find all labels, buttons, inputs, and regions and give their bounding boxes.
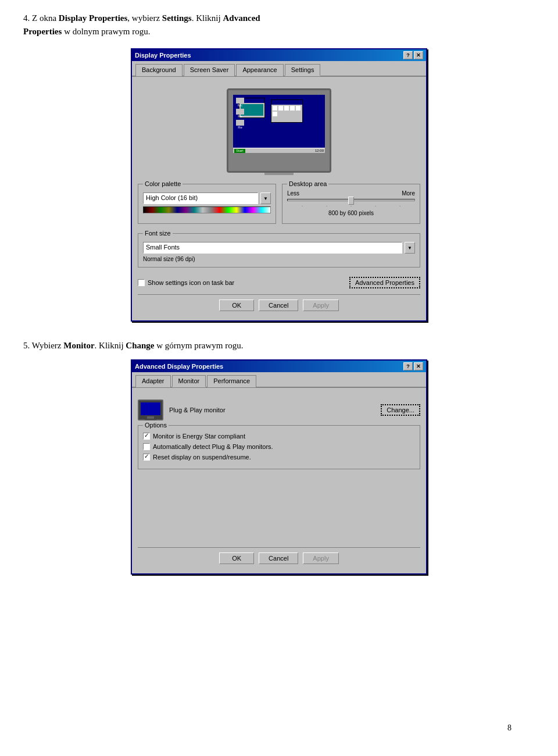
spacer — [138, 474, 420, 544]
options-group: Options Monitor is Energy Star compliant… — [138, 425, 420, 469]
taskbar-checkbox[interactable] — [138, 279, 145, 286]
apply-button[interactable]: Apply — [303, 299, 339, 311]
monitor-outer: S... — [227, 88, 331, 173]
color-stripe — [143, 206, 271, 213]
page-number: 8 — [507, 723, 512, 733]
adv-tab-performance[interactable]: Performance — [207, 375, 256, 387]
dpi-label: Normal size (96 dpi) — [143, 256, 415, 262]
dialog-content: S... — [132, 77, 426, 320]
reset-display-checkbox[interactable] — [143, 454, 150, 461]
monitor-screen: S... — [233, 95, 325, 153]
monitor-preview: S... — [138, 83, 420, 184]
dialog-button-row: OK Cancel Apply — [138, 294, 420, 315]
desktop-area-group: Desktop area Less More ····· 800 by 600 … — [282, 184, 420, 224]
font-size-group: Font size Small Fonts ▼ Normal size (96 … — [138, 233, 420, 268]
checkbox-label: Show settings icon on task bar — [148, 279, 234, 286]
step5-text: 5. Wybierz Monitor. Kliknij Change w gór… — [23, 339, 535, 352]
adv-titlebar-buttons: ? ✕ — [403, 362, 423, 370]
adv-tabs: Adapter Monitor Performance — [132, 372, 426, 388]
slider-track[interactable] — [287, 199, 415, 201]
slider-more: More — [402, 190, 415, 197]
option1-label: Monitor is Energy Star compliant — [153, 433, 245, 440]
adv-titlebar: Advanced Display Properties ? ✕ — [132, 361, 426, 372]
adv-content: Plug & Play monitor Change... Options Mo… — [132, 388, 426, 573]
option1-row: Monitor is Energy Star compliant — [143, 433, 415, 440]
bottom-row: Show settings icon on task bar Advanced … — [138, 272, 420, 291]
slider-less: Less — [287, 190, 299, 197]
advanced-display-dialog: Advanced Display Properties ? ✕ Adapter … — [131, 359, 427, 575]
option3-row: Reset display on suspend/resume. — [143, 454, 415, 461]
monitor-icon — [138, 400, 163, 420]
option2-label: Automatically detect Plug & Play monitor… — [153, 443, 273, 450]
color-palette-row: High Color (16 bit) ▼ — [143, 192, 271, 204]
tab-background[interactable]: Background — [135, 64, 183, 76]
color-palette-group: Color palette High Color (16 bit) ▼ — [138, 184, 276, 224]
slider-thumb[interactable] — [348, 197, 354, 205]
dialog-tabs: Background Screen Saver Appearance Setti… — [132, 61, 426, 77]
color-palette-dropdown[interactable]: ▼ — [260, 192, 271, 204]
adv-button-row: OK Cancel Apply — [138, 547, 420, 568]
tab-appearance[interactable]: Appearance — [236, 64, 283, 76]
slider-area: Less More ····· 800 by 600 pixels — [287, 188, 415, 219]
desktop-area-label: Desktop area — [287, 180, 328, 187]
auto-detect-checkbox[interactable] — [143, 443, 150, 450]
color-palette-label: Color palette — [143, 180, 183, 187]
advanced-properties-button[interactable]: Advanced Properties — [349, 277, 420, 288]
adv-apply-button[interactable]: Apply — [303, 552, 339, 564]
monitor-icon-row: Plug & Play monitor Change... — [138, 394, 420, 425]
adv-cancel-button[interactable]: Cancel — [259, 552, 298, 564]
energy-star-checkbox[interactable] — [143, 433, 150, 440]
dialog-title: Display Properties — [135, 52, 191, 59]
option3-label: Reset display on suspend/resume. — [153, 454, 251, 461]
adv-help-button[interactable]: ? — [403, 362, 413, 370]
slider-labels: Less More — [287, 190, 415, 197]
tab-settings[interactable]: Settings — [285, 64, 321, 76]
page-container: 4. Z okna Display Properties, wybierz Se… — [23, 12, 535, 744]
adv-title: Advanced Display Properties — [135, 363, 223, 370]
cancel-button[interactable]: Cancel — [259, 299, 298, 311]
resolution-label: 800 by 600 pixels — [287, 210, 415, 216]
monitor-label: Plug & Play monitor — [169, 406, 226, 413]
display-properties-dialog: Display Properties ? ✕ Background Screen… — [131, 48, 427, 322]
font-size-select[interactable]: Small Fonts — [143, 242, 402, 254]
adv-tab-adapter[interactable]: Adapter — [135, 375, 171, 387]
font-size-label: Font size — [143, 230, 173, 237]
checkbox-row: Show settings icon on task bar — [138, 279, 234, 286]
help-button[interactable]: ? — [403, 51, 413, 59]
options-label: Options — [143, 422, 169, 429]
titlebar-buttons: ? ✕ — [403, 51, 423, 59]
change-button[interactable]: Change... — [381, 404, 420, 416]
color-palette-select[interactable]: High Color (16 bit) — [143, 192, 258, 204]
close-button[interactable]: ✕ — [414, 51, 423, 59]
tab-screensaver[interactable]: Screen Saver — [184, 64, 235, 76]
step4-text: 4. Z okna Display Properties, wybierz Se… — [23, 12, 535, 38]
dialog-titlebar: Display Properties ? ✕ — [132, 49, 426, 61]
adv-close-button[interactable]: ✕ — [414, 362, 423, 370]
adv-tab-monitor[interactable]: Monitor — [172, 375, 206, 387]
font-size-dropdown[interactable]: ▼ — [405, 242, 415, 254]
option2-row: Automatically detect Plug & Play monitor… — [143, 443, 415, 450]
adv-ok-button[interactable]: OK — [219, 552, 254, 564]
font-size-row: Small Fonts ▼ — [143, 242, 415, 254]
monitor-stand — [264, 173, 294, 175]
ok-button[interactable]: OK — [219, 299, 254, 311]
